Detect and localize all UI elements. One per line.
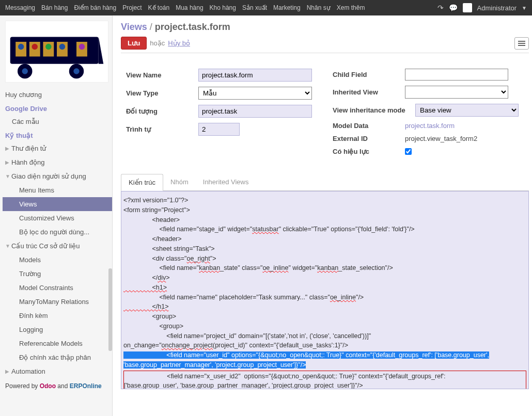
- sidebar-section-kythuat[interactable]: Kỹ thuật: [3, 129, 112, 141]
- doituong-input[interactable]: [198, 105, 312, 118]
- chat-icon[interactable]: 💬: [449, 4, 458, 12]
- menu-nhansu[interactable]: Nhân sự: [307, 4, 331, 11]
- svg-point-9: [59, 44, 65, 50]
- svg-marker-1: [99, 37, 104, 64]
- top-menu: Messaging Bán hàng Điểm bán hàng Project…: [5, 4, 437, 11]
- trinhtu-input[interactable]: [198, 123, 240, 136]
- sidebar-giaodien[interactable]: ▼Giao diện người sử dụng: [3, 169, 112, 183]
- powered-by: Powered by Odoo and ERPOnline: [3, 378, 112, 394]
- sidebar-ref[interactable]: Referencable Models: [3, 337, 112, 350]
- sidebar-hanhdong[interactable]: ▶Hành động: [3, 155, 112, 169]
- share-icon[interactable]: ↷: [437, 4, 444, 12]
- caret-right-icon: ▶: [5, 146, 10, 151]
- inherited-select[interactable]: [405, 86, 508, 99]
- caret-down-icon[interactable]: ▼: [522, 5, 527, 11]
- svg-point-13: [22, 68, 28, 74]
- viewtype-select[interactable]: Mẫu: [198, 87, 312, 100]
- xml-textarea[interactable]: <?xml version="1.0"?> <form string="Proj…: [121, 191, 529, 389]
- breadcrumb-views[interactable]: Views: [121, 22, 147, 32]
- or-text: hoặc: [150, 39, 165, 47]
- extid-value: project.view_task_form2: [405, 135, 477, 142]
- tab-nhom[interactable]: Nhóm: [163, 174, 196, 190]
- childfield-input[interactable]: [405, 69, 508, 81]
- sidebar-dochinhxac[interactable]: Độ chính xác thập phân: [3, 350, 112, 364]
- menu-icon[interactable]: [514, 37, 529, 50]
- menu-khohang[interactable]: Kho hàng: [210, 4, 236, 11]
- label-inhmode: View inheritance mode: [333, 106, 415, 114]
- active-checkbox[interactable]: [405, 148, 412, 155]
- svg-point-11: [79, 44, 85, 50]
- sidebar-m2m[interactable]: ManyToMany Relations: [3, 295, 112, 309]
- svg-point-3: [18, 44, 24, 50]
- caret-right-icon: ▶: [5, 369, 10, 374]
- caret-down-icon: ▼: [5, 243, 10, 249]
- menu-ketoan[interactable]: Kế toán: [148, 4, 170, 11]
- tab-inherited[interactable]: Inherited Views: [196, 174, 256, 190]
- menu-marketing[interactable]: Marketing: [273, 4, 301, 11]
- breadcrumb: Views / project.task.form: [121, 22, 529, 33]
- sidebar-automation[interactable]: ▶Automation: [3, 364, 112, 378]
- sidebar-dinhkem[interactable]: Đính kèm: [3, 309, 112, 323]
- sidebar-cacmau[interactable]: Các mẫu: [3, 115, 112, 129]
- sidebar-models[interactable]: Models: [3, 253, 112, 267]
- label-active: Có hiệu lực: [333, 148, 405, 155]
- sidebar-custviews[interactable]: Customized Views: [3, 211, 112, 225]
- page-title: project.task.form: [155, 22, 230, 32]
- label-childfield: Child Field: [333, 71, 405, 78]
- menu-pos[interactable]: Điểm bán hàng: [74, 4, 116, 11]
- menu-more[interactable]: Xem thêm: [337, 4, 365, 11]
- label-modeldata: Model Data: [333, 122, 405, 130]
- viewname-input[interactable]: [198, 69, 312, 82]
- modeldata-value[interactable]: project.task.form: [405, 122, 455, 130]
- logo: [5, 21, 108, 83]
- avatar[interactable]: [463, 3, 472, 12]
- sidebar-truong[interactable]: Trường: [3, 267, 112, 281]
- label-trinhtu: Trình tự: [126, 125, 198, 133]
- caret-right-icon: ▶: [5, 159, 10, 165]
- menu-sanxuat[interactable]: Sản xuất: [242, 4, 267, 11]
- sidebar-boloc[interactable]: Bộ lọc do người dùng...: [3, 225, 112, 239]
- odoo-link[interactable]: Odoo: [40, 382, 56, 390]
- tab-kientruc[interactable]: Kiến trúc: [121, 174, 163, 191]
- svg-point-5: [32, 44, 38, 50]
- sidebar-section-gdrive[interactable]: Google Drive: [3, 102, 112, 115]
- save-button[interactable]: Lưu: [121, 37, 147, 50]
- username[interactable]: Administrator: [477, 4, 517, 12]
- menu-muahang[interactable]: Mua hàng: [176, 4, 203, 11]
- sidebar-huychuong[interactable]: Huy chương: [3, 88, 112, 102]
- label-inherited: Inherited View: [333, 88, 405, 96]
- cancel-button[interactable]: Hủy bỏ: [168, 39, 190, 47]
- erponline-link[interactable]: ERPOnline: [70, 382, 102, 390]
- caret-down-icon: ▼: [5, 173, 10, 179]
- sidebar-modelc[interactable]: Model Constraints: [3, 281, 112, 295]
- svg-point-7: [45, 44, 51, 50]
- sidebar-cautruc[interactable]: ▼Cấu trúc Cơ sở dữ liệu: [3, 239, 112, 253]
- menu-banhang[interactable]: Bán hàng: [41, 4, 68, 11]
- label-doituong: Đối tượng: [126, 107, 198, 115]
- inhmode-select[interactable]: Base view: [415, 104, 519, 117]
- label-viewtype: View Type: [126, 89, 198, 97]
- label-viewname: View Name: [126, 71, 198, 79]
- sidebar-thu[interactable]: ▶Thư điện tử: [3, 141, 112, 155]
- sidebar-logging[interactable]: Logging: [3, 323, 112, 337]
- menu-project[interactable]: Project: [122, 4, 142, 11]
- sidebar-menuitems[interactable]: Menu Items: [3, 183, 112, 197]
- sidebar-views[interactable]: Views: [3, 197, 112, 211]
- scrollbar[interactable]: [108, 268, 112, 351]
- svg-point-15: [73, 68, 79, 74]
- label-extid: External ID: [333, 135, 405, 142]
- menu-messaging[interactable]: Messaging: [5, 4, 35, 11]
